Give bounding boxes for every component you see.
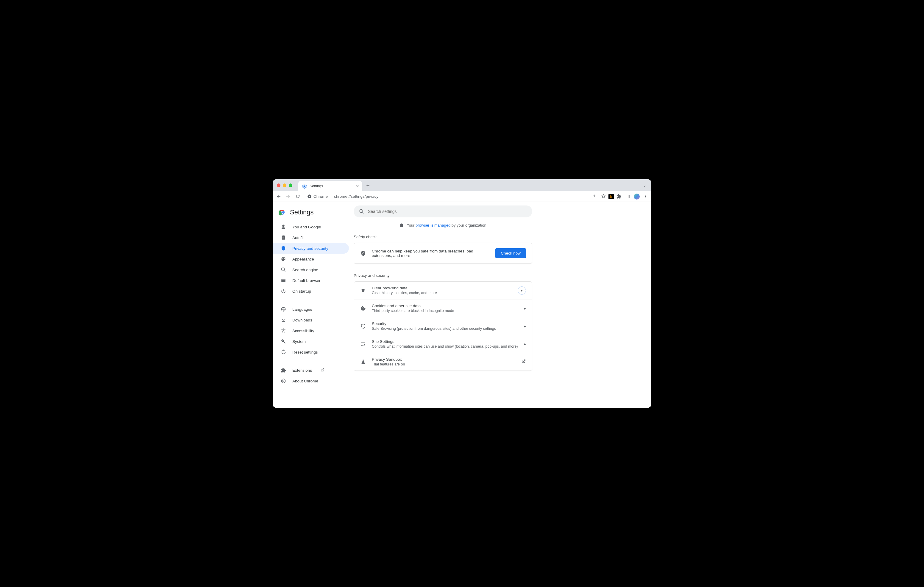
search-settings[interactable] [354, 206, 532, 217]
gear-icon [301, 183, 307, 189]
url-text: chrome://settings/privacy [331, 194, 381, 199]
flask-icon [360, 359, 366, 365]
sidebar-item-label: Search engine [292, 268, 318, 272]
avatar-icon [634, 194, 640, 199]
menu-button[interactable] [642, 193, 650, 201]
address-bar[interactable]: Chrome chrome://settings/privacy [304, 192, 381, 201]
accessibility-icon [281, 328, 286, 333]
sidebar-item-search-engine[interactable]: Search engine [273, 264, 349, 275]
shield-check-icon [360, 250, 366, 257]
sidebar-item-label: Accessibility [292, 329, 314, 333]
sidebar: Settings You and Google Autofill Privacy… [273, 202, 354, 408]
shield-icon [281, 246, 286, 251]
svg-point-14 [283, 329, 284, 329]
safety-check-text: Chrome can help keep you safe from data … [372, 249, 490, 258]
sidebar-item-reset-settings[interactable]: Reset settings [273, 347, 349, 357]
extensions-button[interactable] [615, 193, 623, 201]
power-icon [281, 288, 286, 294]
download-icon [281, 317, 286, 323]
sidebar-item-you-and-google[interactable]: You and Google [273, 222, 349, 232]
shield-icon [360, 324, 366, 329]
sidebar-item-on-startup[interactable]: On startup [273, 286, 349, 296]
site-chip[interactable]: Chrome [304, 194, 331, 199]
row-cookies[interactable]: Cookies and other site dataThird-party c… [354, 299, 532, 317]
row-title: Clear browsing data [372, 286, 512, 290]
arrow-right-icon [285, 194, 291, 199]
extension-kagi[interactable]: k [609, 194, 614, 199]
settings-header: Settings [273, 207, 354, 222]
row-title: Privacy Sandbox [372, 357, 516, 362]
site-chip-label: Chrome [314, 194, 328, 199]
sidebar-item-privacy-and-security[interactable]: Privacy and security [273, 243, 349, 254]
forward-button[interactable] [284, 192, 292, 201]
check-now-button[interactable]: Check now [495, 248, 526, 258]
svg-point-2 [309, 196, 310, 197]
profile-button[interactable] [633, 193, 640, 201]
panel-icon [625, 194, 630, 199]
chrome-outline-icon [281, 378, 286, 384]
managed-text-pre: Your [407, 223, 414, 227]
chrome-logo-icon [279, 209, 286, 216]
sidebar-item-label: Extensions [292, 368, 312, 373]
external-link-icon [320, 368, 325, 372]
managed-banner: Your browser is managed by your organiza… [354, 223, 532, 227]
sidebar-item-downloads[interactable]: Downloads [273, 315, 349, 325]
back-button[interactable] [274, 192, 283, 201]
sidebar-item-label: Autofill [292, 235, 305, 240]
close-tab-button[interactable]: ✕ [356, 184, 359, 189]
maximize-window-button[interactable] [289, 184, 292, 187]
sidebar-item-label: System [292, 339, 306, 344]
share-icon [592, 194, 597, 199]
main-panel: Your browser is managed by your organiza… [354, 202, 651, 408]
sidebar-item-label: Default browser [292, 278, 321, 283]
cookie-icon [360, 306, 366, 311]
svg-point-16 [282, 380, 284, 381]
row-security[interactable]: SecuritySafe Browsing (protection from d… [354, 317, 532, 335]
sidebar-item-appearance[interactable]: Appearance [273, 254, 349, 264]
sidebar-item-accessibility[interactable]: Accessibility [273, 325, 349, 336]
sidebar-item-label: Reset settings [292, 350, 318, 354]
globe-icon [281, 307, 286, 312]
tab-settings[interactable]: Settings ✕ [298, 181, 362, 191]
bookmark-button[interactable] [599, 193, 607, 201]
clipboard-icon [281, 235, 286, 240]
svg-rect-12 [281, 279, 285, 280]
search-input[interactable] [368, 209, 527, 214]
managed-link[interactable]: browser is managed [416, 223, 450, 227]
row-title: Site Settings [372, 339, 519, 344]
puzzle-icon [617, 194, 622, 199]
share-button[interactable] [591, 193, 598, 201]
building-icon [399, 223, 404, 227]
svg-point-15 [281, 379, 285, 383]
wrench-icon [281, 339, 286, 344]
reload-button[interactable] [294, 192, 302, 201]
chevron-right-icon: ▸ [524, 306, 526, 311]
search-icon [281, 267, 286, 272]
browser-icon [281, 278, 286, 283]
reload-icon [295, 194, 300, 199]
sidebar-item-languages[interactable]: Languages [273, 304, 349, 315]
side-panel-button[interactable] [624, 193, 632, 201]
sidebar-item-label: Downloads [292, 318, 312, 322]
minimize-window-button[interactable] [283, 184, 286, 187]
sidebar-item-label: You and Google [292, 225, 321, 229]
row-site-settings[interactable]: Site SettingsControls what information s… [354, 335, 532, 353]
row-privacy-sandbox[interactable]: Privacy SandboxTrial features are on [354, 353, 532, 370]
row-sub: Third-party cookies are blocked in Incog… [372, 309, 519, 313]
sidebar-item-extensions[interactable]: Extensions [273, 365, 349, 376]
row-sub: Trial features are on [372, 362, 516, 367]
safety-check-heading: Safety check [354, 235, 532, 239]
row-clear-browsing-data[interactable]: Clear browsing dataClear history, cookie… [354, 281, 532, 299]
search-icon [359, 209, 365, 214]
new-tab-button[interactable]: ＋ [365, 182, 371, 189]
sidebar-item-about-chrome[interactable]: About Chrome [273, 376, 349, 386]
sidebar-item-autofill[interactable]: Autofill [273, 232, 349, 243]
sidebar-item-system[interactable]: System [273, 336, 349, 347]
chrome-icon [307, 194, 312, 199]
row-sub: Safe Browsing (protection from dangerous… [372, 327, 519, 330]
chevron-right-icon: ▸ [524, 342, 526, 346]
sidebar-item-default-browser[interactable]: Default browser [273, 275, 349, 286]
tabs-dropdown-button[interactable]: ⌄ [640, 183, 649, 187]
sidebar-item-label: About Chrome [292, 379, 318, 383]
close-window-button[interactable] [277, 184, 280, 187]
